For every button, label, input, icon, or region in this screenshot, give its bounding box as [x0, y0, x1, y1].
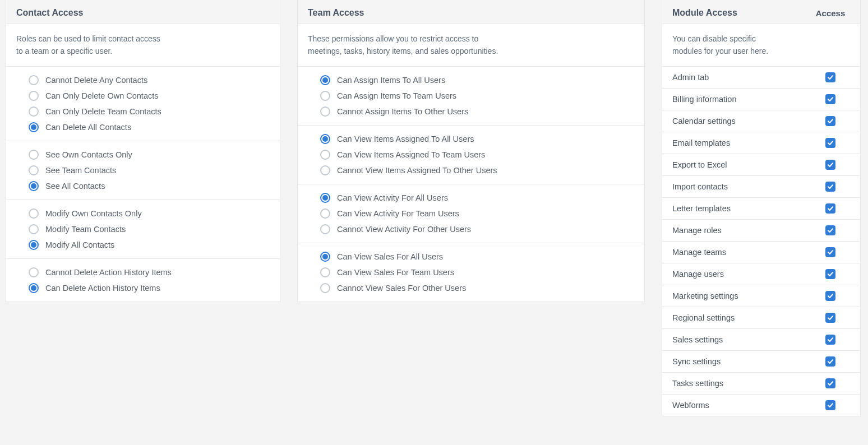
module-checkbox[interactable]: [825, 203, 835, 214]
team-radio-option[interactable]: Can Assign Items To Team Users: [320, 88, 634, 104]
module-check-cell: [811, 269, 850, 279]
radio-icon: [29, 75, 39, 85]
radio-label: Can Delete All Contacts: [45, 123, 131, 132]
module-checkbox[interactable]: [825, 378, 835, 388]
module-checkbox[interactable]: [825, 116, 835, 126]
module-checkbox[interactable]: [825, 356, 835, 367]
check-icon: [827, 118, 834, 124]
radio-icon: [29, 106, 39, 117]
team-radio-option[interactable]: Can View Activity For Team Users: [320, 206, 634, 221]
contact-radio-option[interactable]: Cannot Delete Any Contacts: [29, 72, 270, 88]
team-radio-option[interactable]: Can View Items Assigned To All Users: [320, 131, 634, 147]
module-row: Marketing settings: [662, 285, 860, 307]
contact-radio-option[interactable]: See Team Contacts: [29, 163, 270, 178]
contact-radio-option[interactable]: Can Delete All Contacts: [29, 119, 270, 135]
module-label: Manage users: [672, 270, 811, 279]
check-icon: [827, 358, 834, 365]
radio-label: Can Only Delete Team Contacts: [45, 107, 161, 116]
contact-group-2: Modify Own Contacts OnlyModify Team Cont…: [6, 200, 280, 259]
module-check-cell: [811, 72, 850, 82]
team-radio-option[interactable]: Cannot View Activity For Other Users: [320, 221, 634, 237]
team-radio-option[interactable]: Can View Sales For All Users: [320, 249, 634, 265]
team-radio-option[interactable]: Cannot View Items Assigned To Other User…: [320, 163, 634, 178]
contact-radio-option[interactable]: Can Delete Action History Items: [29, 280, 270, 296]
module-check-cell: [811, 182, 850, 192]
team-radio-option[interactable]: Cannot View Sales For Other Users: [320, 280, 634, 296]
module-row: Billing information: [662, 89, 860, 110]
module-checkbox[interactable]: [825, 138, 835, 148]
radio-label: Modify Team Contacts: [45, 225, 126, 234]
contact-radio-option[interactable]: Can Only Delete Team Contacts: [29, 104, 270, 119]
module-check-cell: [811, 247, 850, 257]
contact-radio-option[interactable]: Modify Team Contacts: [29, 221, 270, 237]
module-check-cell: [811, 116, 850, 126]
module-desc-line1: You can disable specific: [672, 34, 756, 43]
team-access-header: Team Access: [298, 0, 644, 24]
radio-label: Cannot View Items Assigned To Other User…: [337, 166, 497, 175]
radio-icon: [320, 106, 330, 117]
module-checkbox[interactable]: [825, 291, 835, 301]
team-access-panel: Team Access These permissions allow you …: [297, 0, 645, 302]
team-group-0: Can Assign Items To All UsersCan Assign …: [298, 67, 644, 126]
radio-label: Can View Activity For Team Users: [337, 209, 459, 218]
module-checkbox[interactable]: [825, 313, 835, 323]
team-radio-option[interactable]: Can View Sales For Team Users: [320, 265, 634, 280]
contact-group-3: Cannot Delete Action History ItemsCan De…: [6, 259, 280, 302]
check-icon: [827, 140, 834, 146]
module-checkbox[interactable]: [825, 182, 835, 192]
module-check-cell: [811, 313, 850, 323]
contact-radio-option[interactable]: Modify Own Contacts Only: [29, 206, 270, 221]
module-checkbox[interactable]: [825, 160, 835, 170]
check-icon: [827, 249, 834, 256]
module-checkbox[interactable]: [825, 400, 835, 410]
module-check-cell: [811, 378, 850, 388]
module-check-cell: [811, 138, 850, 148]
radio-label: See Own Contacts Only: [45, 150, 132, 159]
module-checkbox[interactable]: [825, 72, 835, 82]
contact-radio-option[interactable]: Modify All Contacts: [29, 237, 270, 253]
radio-icon: [29, 150, 39, 160]
contact-radio-option[interactable]: See All Contacts: [29, 178, 270, 194]
module-checkbox[interactable]: [825, 94, 835, 104]
module-row: Email templates: [662, 132, 860, 154]
module-label: Sync settings: [672, 357, 811, 366]
radio-icon: [320, 91, 330, 101]
contact-radio-option[interactable]: Can Only Delete Own Contacts: [29, 88, 270, 104]
radio-icon: [320, 193, 330, 203]
module-label: Manage roles: [672, 226, 811, 235]
contact-access-title: Contact Access: [16, 8, 270, 18]
check-icon: [827, 293, 834, 299]
radio-icon: [320, 267, 330, 277]
check-icon: [827, 227, 834, 234]
module-check-cell: [811, 335, 850, 345]
contact-radio-option[interactable]: See Own Contacts Only: [29, 147, 270, 163]
module-checkbox[interactable]: [825, 335, 835, 345]
check-icon: [827, 314, 834, 321]
contact-desc-line2: to a team or a specific user.: [16, 47, 112, 55]
module-label: Regional settings: [672, 313, 811, 322]
radio-icon: [320, 208, 330, 219]
module-row: Manage roles: [662, 220, 860, 242]
radio-label: Cannot Delete Any Contacts: [45, 76, 147, 85]
radio-icon: [320, 150, 330, 160]
check-icon: [827, 402, 834, 409]
module-row: Manage teams: [662, 242, 860, 263]
module-checkbox[interactable]: [825, 247, 835, 257]
team-radio-option[interactable]: Cannot Assign Items To Other Users: [320, 104, 634, 119]
radio-label: Can Only Delete Own Contacts: [45, 91, 158, 100]
radio-label: Cannot Delete Action History Items: [45, 268, 172, 277]
contact-radio-option[interactable]: Cannot Delete Action History Items: [29, 265, 270, 280]
radio-label: Cannot Assign Items To Other Users: [337, 107, 468, 116]
contact-access-header: Contact Access: [6, 0, 280, 24]
radio-label: Modify All Contacts: [45, 240, 114, 249]
module-checkbox[interactable]: [825, 269, 835, 279]
radio-label: See All Contacts: [45, 182, 105, 191]
team-radio-option[interactable]: Can View Items Assigned To Team Users: [320, 147, 634, 163]
radio-icon: [29, 165, 39, 175]
radio-icon: [320, 165, 330, 175]
team-radio-option[interactable]: Can View Activity For All Users: [320, 190, 634, 206]
radio-icon: [29, 240, 39, 250]
team-radio-option[interactable]: Can Assign Items To All Users: [320, 72, 634, 88]
module-checkbox[interactable]: [825, 225, 835, 235]
team-group-2: Can View Activity For All UsersCan View …: [298, 184, 644, 243]
